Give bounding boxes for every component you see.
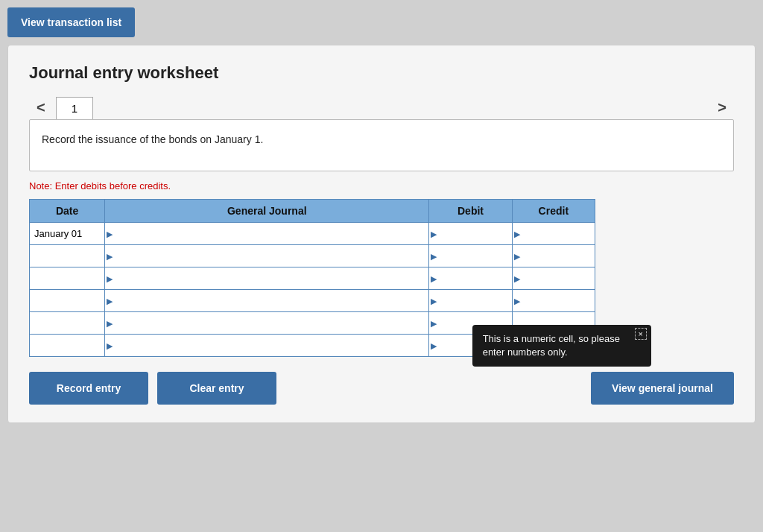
tooltip-wrapper: ×This is a numeric cell, so please enter…	[517, 317, 590, 329]
journal-input[interactable]	[110, 341, 424, 352]
credit-input[interactable]	[517, 229, 590, 240]
credit-input[interactable]	[517, 273, 590, 285]
journal-input[interactable]	[110, 251, 424, 262]
row-arrow-icon: ▶	[107, 318, 113, 328]
journal-input[interactable]	[110, 318, 424, 329]
credit-arrow-icon: ▶	[514, 251, 520, 261]
cell-date	[30, 290, 105, 312]
tooltip-box: ×This is a numeric cell, so please enter…	[472, 325, 651, 367]
row-arrow-icon: ▶	[107, 229, 113, 238]
nav-right-arrow[interactable]: >	[710, 96, 734, 119]
row-arrow-icon: ▶	[107, 251, 113, 261]
debit-arrow-icon: ▶	[431, 341, 437, 350]
row-arrow-icon: ▶	[107, 273, 113, 283]
row-arrow-icon: ▶	[107, 296, 113, 305]
cell-date: January 01	[30, 223, 105, 245]
cell-credit[interactable]: ▶	[512, 223, 595, 245]
debit-arrow-icon: ▶	[431, 251, 437, 261]
cell-journal[interactable]: ▶	[105, 267, 429, 290]
tooltip-close-button[interactable]: ×	[635, 328, 647, 340]
debit-arrow-icon: ▶	[431, 273, 437, 283]
col-header-date: Date	[30, 200, 105, 223]
instruction-box: Record the issuance of the bonds on Janu…	[29, 119, 734, 171]
table-row: ▶▶▶	[30, 267, 595, 290]
tooltip-text: This is a numeric cell, so please enter …	[483, 333, 620, 358]
cell-journal[interactable]: ▶	[105, 290, 429, 312]
cell-debit[interactable]: ▶	[429, 245, 512, 267]
cell-credit[interactable]: ▶	[512, 290, 595, 312]
col-header-debit: Debit	[429, 200, 512, 223]
credit-input[interactable]	[517, 251, 590, 262]
view-general-journal-button[interactable]: View general journal	[591, 372, 734, 405]
table-row: ▶▶▶	[30, 290, 595, 312]
cell-debit[interactable]: ▶	[429, 223, 512, 245]
page-title: Journal entry worksheet	[29, 63, 734, 83]
cell-date	[30, 245, 105, 267]
col-header-journal: General Journal	[105, 200, 429, 223]
debit-input[interactable]	[434, 251, 507, 262]
note-text: Note: Enter debits before credits.	[29, 180, 734, 191]
cell-journal[interactable]: ▶	[105, 245, 429, 267]
journal-input[interactable]	[110, 229, 424, 240]
debit-arrow-icon: ▶	[431, 318, 437, 328]
tab-number: 1	[56, 97, 93, 119]
cell-credit[interactable]: ×This is a numeric cell, so please enter…	[512, 312, 595, 335]
credit-arrow-icon: ▶	[514, 296, 520, 305]
cell-journal[interactable]: ▶	[105, 223, 429, 245]
debit-arrow-icon: ▶	[431, 296, 437, 305]
cell-credit[interactable]: ▶	[512, 267, 595, 290]
cell-date	[30, 312, 105, 335]
debit-input[interactable]	[434, 296, 507, 307]
journal-input[interactable]	[110, 273, 424, 285]
cell-credit[interactable]: ▶	[512, 245, 595, 267]
view-transaction-button[interactable]: View transaction list	[7, 7, 135, 37]
journal-table: Date General Journal Debit Credit Januar…	[29, 199, 595, 357]
record-entry-button[interactable]: Record entry	[29, 372, 148, 405]
table-row: ▶▶×This is a numeric cell, so please ent…	[30, 312, 595, 335]
debit-input[interactable]	[434, 273, 507, 285]
cell-debit[interactable]: ▶	[429, 290, 512, 312]
cell-journal[interactable]: ▶	[105, 312, 429, 335]
credit-input[interactable]	[517, 296, 590, 307]
clear-entry-button[interactable]: Clear entry	[157, 372, 276, 405]
debit-arrow-icon: ▶	[431, 229, 437, 238]
table-row: January 01▶▶▶	[30, 223, 595, 245]
credit-arrow-icon: ▶	[514, 273, 520, 283]
credit-arrow-icon: ▶	[514, 229, 520, 238]
row-arrow-icon: ▶	[107, 341, 113, 350]
cell-debit[interactable]: ▶	[429, 267, 512, 290]
cell-date	[30, 335, 105, 357]
cell-date	[30, 267, 105, 290]
cell-journal[interactable]: ▶	[105, 335, 429, 357]
col-header-credit: Credit	[512, 200, 595, 223]
journal-input[interactable]	[110, 296, 424, 307]
nav-left-arrow[interactable]: <	[29, 96, 53, 119]
debit-input[interactable]	[434, 229, 507, 240]
table-row: ▶▶▶	[30, 245, 595, 267]
